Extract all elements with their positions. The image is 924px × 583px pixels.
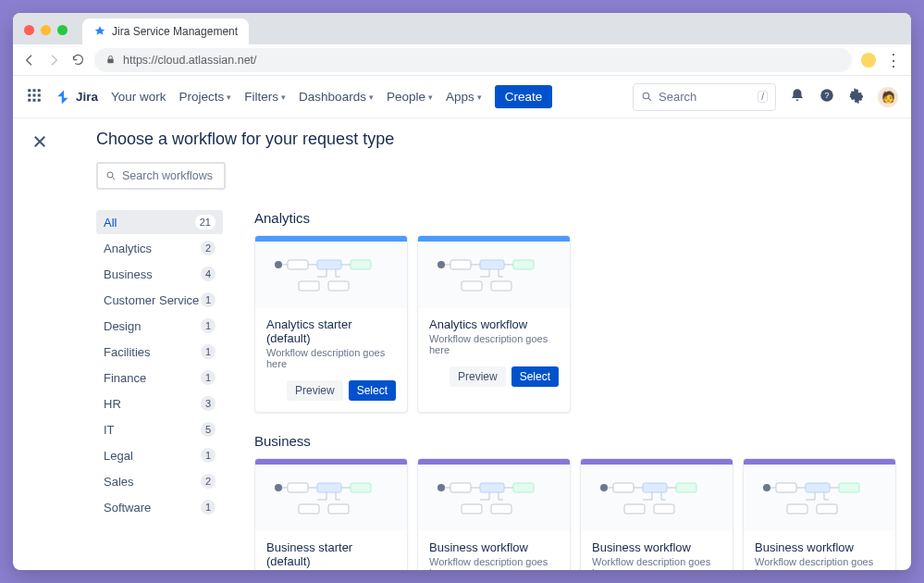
workflow-card: Analytics starter (default) Workflow des… [254, 235, 408, 413]
category-item[interactable]: Business4 [96, 262, 223, 286]
category-item[interactable]: Design1 [96, 314, 223, 338]
nav-people[interactable]: People▾ [387, 90, 433, 104]
nav-apps[interactable]: Apps▾ [446, 90, 482, 104]
preview-button[interactable]: Preview [450, 366, 506, 387]
chevron-down-icon: ▾ [369, 93, 374, 102]
svg-rect-25 [491, 281, 511, 291]
category-label: IT [104, 423, 115, 437]
category-count-badge: 21 [195, 215, 216, 229]
search-icon [641, 91, 653, 103]
svg-rect-15 [288, 260, 308, 269]
svg-rect-36 [462, 504, 482, 514]
preview-button[interactable]: Preview [287, 380, 343, 401]
category-item[interactable]: HR3 [96, 391, 223, 416]
nav-filters[interactable]: Filters▾ [244, 90, 286, 104]
svg-point-14 [275, 261, 282, 268]
category-count-badge: 2 [201, 241, 216, 255]
category-item[interactable]: Customer Service1 [96, 288, 223, 312]
create-button[interactable]: Create [495, 85, 553, 108]
category-label: HR [104, 397, 121, 411]
section-heading-business: Business [254, 433, 896, 449]
svg-rect-27 [288, 483, 308, 492]
forward-button[interactable] [46, 53, 61, 68]
category-item[interactable]: Sales2 [96, 469, 223, 493]
category-label: Finance [104, 371, 146, 385]
category-item[interactable]: Legal1 [96, 443, 223, 467]
jira-logo[interactable]: Jira [55, 89, 98, 105]
settings-icon[interactable] [848, 87, 865, 106]
svg-point-38 [600, 484, 608, 491]
category-count-badge: 2 [201, 474, 216, 489]
select-button[interactable]: Select [349, 380, 396, 401]
category-label: Software [104, 501, 151, 515]
page-content: Choose a workflow for your request type … [13, 118, 911, 570]
nav-dashboards[interactable]: Dashboards▾ [299, 90, 374, 104]
category-list: All21Analytics2Business4Customer Service… [96, 210, 223, 570]
browser-tabbar: Jira Service Management [13, 13, 911, 44]
minimize-window-icon[interactable] [41, 25, 51, 35]
templates-panel: Analytics Analytics starter (default) Wo… [254, 210, 896, 570]
category-item[interactable]: Finance1 [96, 366, 223, 390]
workflow-card: Business workflow Workflow description g… [580, 458, 733, 570]
url-text: https://cloud.atlassian.net/ [123, 54, 257, 67]
address-bar[interactable]: https://cloud.atlassian.net/ [94, 48, 852, 72]
category-count-badge: 1 [201, 500, 216, 515]
select-button[interactable]: Select [511, 366, 559, 387]
back-button[interactable] [22, 53, 37, 68]
svg-rect-4 [28, 94, 31, 97]
category-count-badge: 1 [201, 292, 216, 307]
card-row-analytics: Analytics starter (default) Workflow des… [254, 235, 896, 413]
app-switcher-icon[interactable] [26, 87, 43, 106]
maximize-window-icon[interactable] [57, 25, 68, 35]
category-item[interactable]: All21 [96, 210, 223, 234]
category-label: Facilities [104, 345, 151, 359]
category-label: Business [104, 267, 153, 281]
close-dialog-icon[interactable] [31, 137, 48, 153]
svg-rect-35 [513, 483, 534, 492]
product-name: Jira [76, 90, 98, 104]
notifications-icon[interactable] [789, 87, 806, 106]
svg-rect-41 [676, 483, 696, 492]
browser-profile-icon[interactable] [861, 53, 876, 68]
tab-title: Jira Service Management [112, 25, 238, 38]
close-window-icon[interactable] [24, 25, 34, 35]
nav-projects[interactable]: Projects▾ [179, 90, 232, 104]
category-count-badge: 3 [201, 396, 216, 411]
help-icon[interactable]: ? [819, 87, 835, 106]
svg-rect-40 [643, 483, 667, 492]
search-shortcut: / [758, 91, 768, 103]
category-item[interactable]: IT5 [96, 417, 223, 441]
category-count-badge: 1 [201, 344, 216, 359]
workflow-thumbnail [255, 242, 407, 308]
svg-rect-23 [513, 260, 534, 269]
card-description: Workflow description goes here [429, 556, 559, 570]
card-row-business: Business starter (default) Workflow desc… [254, 458, 896, 570]
svg-rect-31 [328, 504, 349, 514]
user-avatar[interactable]: 🧑 [878, 87, 898, 107]
svg-point-10 [643, 93, 649, 99]
lock-icon [105, 55, 116, 65]
chevron-down-icon: ▾ [281, 93, 286, 102]
browser-tab[interactable]: Jira Service Management [82, 19, 249, 44]
card-title: Business workflow [592, 540, 721, 554]
svg-rect-33 [450, 483, 471, 492]
search-placeholder: Search [659, 90, 696, 104]
workflow-card: Analytics workflow Workflow description … [417, 235, 571, 413]
browser-toolbar: https://cloud.atlassian.net/ ⋮ [13, 44, 911, 76]
category-item[interactable]: Analytics2 [96, 236, 223, 260]
category-count-badge: 1 [201, 370, 216, 385]
workflow-search[interactable]: Search workflows [96, 162, 226, 190]
reload-button[interactable] [70, 53, 85, 68]
svg-rect-28 [317, 483, 341, 492]
card-description: Workflow description goes here [755, 556, 884, 570]
svg-point-32 [437, 484, 445, 491]
global-search[interactable]: Search / [633, 83, 776, 111]
category-item[interactable]: Facilities1 [96, 340, 223, 364]
category-item[interactable]: Software1 [96, 495, 223, 519]
workflow-search-placeholder: Search workflows [122, 169, 213, 182]
category-label: Design [104, 319, 141, 333]
svg-rect-39 [613, 483, 634, 492]
nav-your-work[interactable]: Your work [111, 90, 166, 104]
svg-rect-49 [817, 504, 837, 514]
browser-menu-icon[interactable]: ⋮ [885, 50, 902, 70]
